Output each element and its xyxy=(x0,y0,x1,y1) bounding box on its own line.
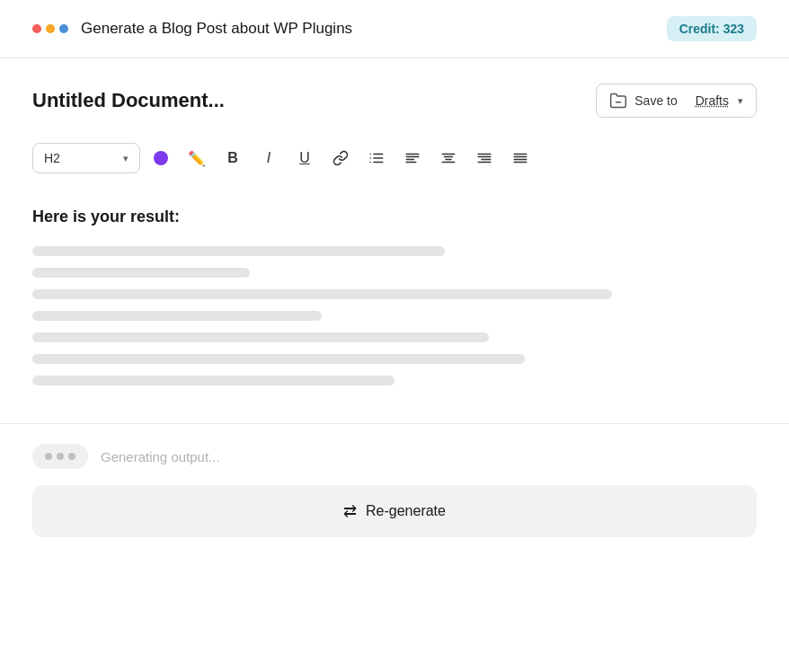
underline-button[interactable]: U xyxy=(289,143,320,173)
drafts-label: Drafts xyxy=(696,93,729,108)
skeleton-line-7 xyxy=(32,376,394,385)
result-heading: Here is your result: xyxy=(32,208,757,226)
skeleton-content xyxy=(32,246,757,385)
dot-blue xyxy=(59,24,68,33)
link-button[interactable] xyxy=(325,143,356,173)
list-button[interactable] xyxy=(361,143,392,173)
underline-icon: U xyxy=(299,150,310,166)
doc-title-row: Untitled Document... Save to Drafts ▾ xyxy=(32,84,757,118)
justify-icon xyxy=(512,150,528,166)
justify-button[interactable] xyxy=(505,143,536,173)
skeleton-line-3 xyxy=(32,289,612,299)
color-circle-icon xyxy=(154,151,168,165)
color-picker-button[interactable] xyxy=(146,143,176,173)
save-chevron-icon: ▾ xyxy=(738,95,743,107)
bold-icon: B xyxy=(227,150,238,166)
skeleton-line-4 xyxy=(32,311,322,321)
skeleton-line-1 xyxy=(32,246,445,256)
heading-select[interactable]: H2 ▾ xyxy=(32,143,140,173)
document-title: Untitled Document... xyxy=(32,89,225,112)
generating-row: Generating output... xyxy=(32,444,757,469)
dot-red xyxy=(32,24,41,33)
italic-icon: I xyxy=(267,150,270,166)
app-header: Generate a Blog Post about WP Plugins Cr… xyxy=(0,0,789,58)
list-icon xyxy=(368,150,385,166)
regenerate-label: Re-generate xyxy=(366,503,446,519)
italic-button[interactable]: I xyxy=(253,143,284,173)
folder-minus-icon xyxy=(609,92,627,110)
page-title: Generate a Blog Post about WP Plugins xyxy=(81,20,352,38)
generating-status: Generating output... xyxy=(101,449,220,464)
window-dots xyxy=(32,24,68,33)
typing-indicator xyxy=(32,444,88,469)
align-center-button[interactable] xyxy=(433,143,464,173)
skeleton-line-6 xyxy=(32,354,525,364)
align-right-button[interactable] xyxy=(469,143,500,173)
regenerate-button[interactable]: ⇄ Re-generate xyxy=(32,485,757,537)
highlighter-icon: ✏️ xyxy=(188,150,206,167)
bold-button[interactable]: B xyxy=(217,143,248,173)
editor-content: Here is your result: xyxy=(32,199,757,394)
save-label: Save to xyxy=(634,93,677,108)
bottom-section: Generating output... ⇄ Re-generate xyxy=(0,424,789,555)
typing-dot-1 xyxy=(45,453,52,460)
heading-chevron-icon: ▾ xyxy=(123,153,129,164)
align-left-button[interactable] xyxy=(397,143,428,173)
skeleton-line-2 xyxy=(32,268,250,278)
align-right-icon xyxy=(476,150,492,166)
dot-yellow xyxy=(46,24,55,33)
typing-dot-2 xyxy=(57,453,64,460)
typing-dot-3 xyxy=(68,453,75,460)
align-left-icon xyxy=(404,150,421,166)
header-left: Generate a Blog Post about WP Plugins xyxy=(32,20,352,38)
editor-toolbar: H2 ▾ ✏️ B I U xyxy=(32,143,757,173)
highlighter-button[interactable]: ✏️ xyxy=(182,143,212,173)
regenerate-arrow-icon: ⇄ xyxy=(343,501,357,521)
align-center-icon xyxy=(440,150,457,166)
skeleton-line-5 xyxy=(32,332,489,342)
save-to-drafts-button[interactable]: Save to Drafts ▾ xyxy=(596,84,757,118)
link-icon xyxy=(332,150,349,166)
credit-badge: Credit: 323 xyxy=(667,16,757,41)
heading-select-value: H2 xyxy=(44,151,60,165)
main-content: Untitled Document... Save to Drafts ▾ H2… xyxy=(0,58,789,394)
